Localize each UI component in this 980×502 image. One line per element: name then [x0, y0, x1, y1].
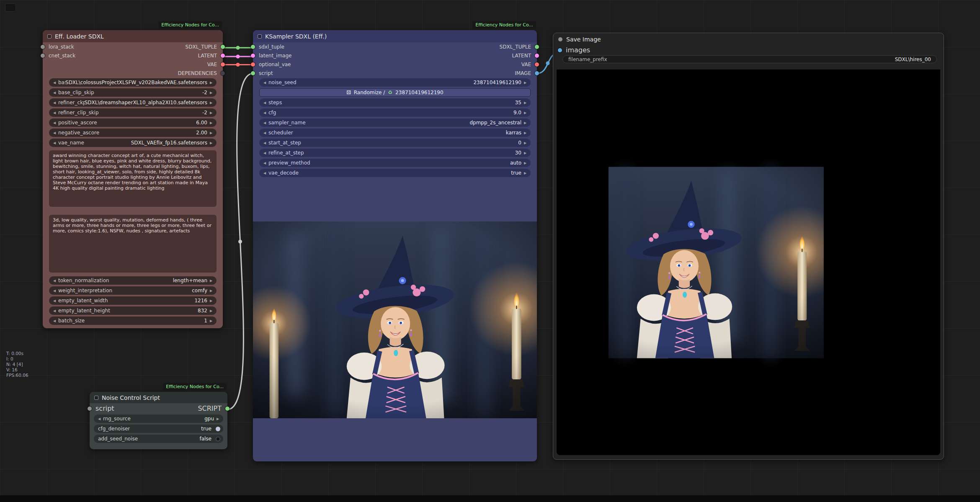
toggle-on-icon[interactable]	[216, 427, 220, 431]
output-slot-vae[interactable]: VAE	[111, 60, 223, 69]
widget-empty-latent-height[interactable]: ◀empty_latent_height832▶	[49, 306, 217, 315]
slot-dot[interactable]	[535, 62, 539, 67]
widget-rng-source[interactable]: ◀rng_sourcegpu▶	[94, 414, 223, 423]
output-slot-latent[interactable]: LATENT	[361, 51, 537, 60]
slot-dot[interactable]	[251, 45, 255, 49]
widget-refiner-clip-skip[interactable]: ◀refiner_clip_skip-2▶	[49, 108, 217, 117]
widget-add-seed-noise[interactable]: add_seed_noisefalse	[94, 435, 223, 443]
combo-right-arrow-icon[interactable]: ▶	[209, 121, 214, 125]
combo-left-arrow-icon[interactable]: ◀	[262, 101, 267, 105]
combo-right-arrow-icon[interactable]: ▶	[523, 151, 528, 155]
slot-dot[interactable]	[251, 54, 255, 58]
combo-right-arrow-icon[interactable]: ▶	[209, 309, 214, 313]
slot-dot[interactable]	[221, 62, 225, 67]
widget-base-ckpt-name[interactable]: ◀base_ckpt_nameSDXL\colossusProjectXLSFW…	[49, 78, 217, 87]
combo-right-arrow-icon[interactable]: ▶	[209, 141, 214, 145]
node-noise-control-script[interactable]: Efficiency Nodes for Co... Noise Control…	[90, 392, 227, 449]
widget-refiner-ckpt-name[interactable]: ◀refiner_ckpt_nameSDXL\dreamshaperXL10_a…	[49, 98, 217, 107]
combo-left-arrow-icon[interactable]: ◀	[262, 151, 267, 155]
node-title-bar[interactable]: KSampler SDXL (Eff.)	[253, 30, 537, 42]
combo-right-arrow-icon[interactable]: ▶	[209, 101, 214, 105]
randomize-seed-button[interactable]: ⚄Randomize /♻238710419612190	[259, 88, 531, 97]
slot-dot[interactable]	[251, 62, 255, 67]
output-slot-image[interactable]: IMAGE	[361, 69, 537, 77]
widget-base-clip-skip[interactable]: ◀base_clip_skip-2▶	[49, 88, 217, 97]
combo-left-arrow-icon[interactable]: ◀	[262, 141, 267, 145]
slot-dot[interactable]	[221, 71, 225, 75]
widget-positive-ascore[interactable]: ◀positive_ascore6.00▶	[49, 118, 217, 127]
combo-right-arrow-icon[interactable]: ▶	[209, 279, 214, 283]
node-save-image[interactable]: Save Image images filename_prefix SDXL\h…	[553, 33, 944, 460]
widget-start-at-step[interactable]: ◀start_at_step0▶	[259, 139, 531, 147]
input-slot-images[interactable]: images	[553, 46, 944, 54]
collapse-icon[interactable]	[258, 34, 262, 39]
combo-left-arrow-icon[interactable]: ◀	[52, 309, 57, 313]
combo-right-arrow-icon[interactable]: ▶	[523, 161, 528, 165]
combo-left-arrow-icon[interactable]: ◀	[262, 131, 267, 135]
widget-empty-latent-width[interactable]: ◀empty_latent_width1216▶	[49, 296, 217, 305]
widget-batch-size[interactable]: ◀batch_size1▶	[49, 317, 217, 325]
combo-left-arrow-icon[interactable]: ◀	[52, 319, 57, 323]
slot-dot[interactable]	[251, 71, 255, 75]
combo-left-arrow-icon[interactable]: ◀	[52, 141, 57, 145]
slot-dot[interactable]	[558, 48, 562, 52]
combo-right-arrow-icon[interactable]: ▶	[209, 111, 214, 115]
combo-right-arrow-icon[interactable]: ▶	[523, 141, 528, 145]
combo-right-arrow-icon[interactable]: ▶	[523, 111, 528, 115]
slot-dot[interactable]	[41, 54, 45, 58]
combo-left-arrow-icon[interactable]: ◀	[52, 131, 57, 135]
widget-weight-interpretation[interactable]: ◀weight_interpretationcomfy▶	[49, 286, 217, 295]
combo-left-arrow-icon[interactable]: ◀	[262, 81, 267, 85]
combo-right-arrow-icon[interactable]: ▶	[209, 289, 214, 293]
widget-sampler-name[interactable]: ◀sampler_namedpmpp_2s_ancestral▶	[259, 118, 531, 127]
canvas-menu-chip[interactable]	[5, 3, 16, 12]
widget-preview-method[interactable]: ◀preview_methodauto▶	[259, 159, 531, 167]
combo-right-arrow-icon[interactable]: ▶	[209, 81, 214, 85]
node-eff-loader-sdxl[interactable]: Efficiency Nodes for Co... Eff. Loader S…	[43, 30, 223, 328]
combo-right-arrow-icon[interactable]: ▶	[215, 417, 220, 421]
node-title-bar[interactable]: Eff. Loader SDXL	[43, 30, 223, 42]
combo-right-arrow-icon[interactable]: ▶	[523, 81, 528, 85]
output-slot-latent[interactable]: LATENT	[111, 51, 223, 60]
combo-left-arrow-icon[interactable]: ◀	[52, 111, 57, 115]
combo-left-arrow-icon[interactable]: ◀	[262, 161, 267, 165]
combo-right-arrow-icon[interactable]: ▶	[523, 121, 528, 125]
widget-cfg-denoiser[interactable]: cfg_denoisertrue	[94, 425, 223, 433]
combo-right-arrow-icon[interactable]: ▶	[209, 319, 214, 323]
slot-dot[interactable]	[88, 407, 92, 411]
widget-scheduler[interactable]: ◀schedulerkarras▶	[259, 129, 531, 137]
widget-filename-prefix[interactable]: filename_prefix SDXL\hires_00	[562, 55, 937, 63]
output-slot-sdxl-tuple[interactable]: SDXL_TUPLE	[361, 42, 537, 51]
slot-dot[interactable]	[225, 407, 230, 411]
combo-right-arrow-icon[interactable]: ▶	[523, 131, 528, 135]
slot-dot[interactable]	[41, 45, 45, 49]
widget-cfg[interactable]: ◀cfg9.0▶	[259, 108, 531, 117]
combo-left-arrow-icon[interactable]: ◀	[52, 279, 57, 283]
output-slot-dependencies[interactable]: DEPENDENCIES	[111, 69, 223, 77]
output-slot-vae[interactable]: VAE	[361, 60, 537, 69]
widget-token-normalization[interactable]: ◀token_normalizationlength+mean▶	[49, 276, 217, 285]
widget-refine-at-step[interactable]: ◀refine_at_step30▶	[259, 149, 531, 157]
slot-dot[interactable]	[221, 45, 225, 49]
combo-left-arrow-icon[interactable]: ◀	[52, 91, 57, 95]
combo-left-arrow-icon[interactable]: ◀	[52, 81, 57, 85]
combo-right-arrow-icon[interactable]: ▶	[523, 171, 528, 175]
output-slot-sdxl-tuple[interactable]: SDXL_TUPLE	[111, 42, 223, 51]
negative-prompt-textarea[interactable]: 3d, low quality, worst quality, mutation…	[49, 215, 217, 273]
positive-prompt-textarea[interactable]: award winning character concept art of, …	[49, 150, 217, 207]
combo-right-arrow-icon[interactable]: ▶	[209, 299, 214, 303]
combo-left-arrow-icon[interactable]: ◀	[97, 417, 102, 421]
node-title-bar[interactable]: Save Image	[553, 33, 944, 46]
combo-right-arrow-icon[interactable]: ▶	[209, 131, 214, 135]
combo-left-arrow-icon[interactable]: ◀	[262, 171, 267, 175]
slot-dot[interactable]	[535, 71, 539, 75]
combo-left-arrow-icon[interactable]: ◀	[52, 101, 57, 105]
node-graph-canvas[interactable]: Efficiency Nodes for Co... Eff. Loader S…	[0, 0, 980, 502]
toggle-off-icon[interactable]	[216, 437, 220, 441]
widget-vae-name[interactable]: ◀vae_nameSDXL_VAEfix_fp16.safetensors▶	[49, 139, 217, 147]
combo-right-arrow-icon[interactable]: ▶	[523, 101, 528, 105]
node-ksampler-sdxl[interactable]: Efficiency Nodes for Co... KSampler SDXL…	[253, 30, 537, 461]
combo-left-arrow-icon[interactable]: ◀	[52, 289, 57, 293]
slot-dot[interactable]	[221, 54, 225, 58]
combo-left-arrow-icon[interactable]: ◀	[262, 111, 267, 115]
